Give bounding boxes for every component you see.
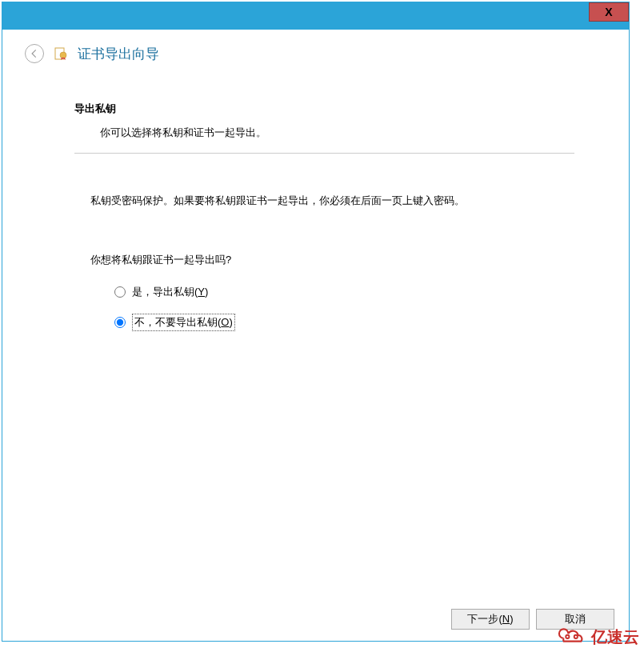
section-description: 你可以选择将私钥和证书一起导出。 [100,126,574,140]
radio-option-no[interactable]: 不，不要导出私钥(O) [114,314,574,331]
back-button[interactable] [25,44,44,63]
radio-yes-label[interactable]: 是，导出私钥(Y) [132,285,208,299]
radio-option-yes[interactable]: 是，导出私钥(Y) [114,285,574,299]
watermark-cloud-icon [558,626,588,649]
info-text: 私钥受密码保护。如果要将私钥跟证书一起导出，你必须在后面一页上键入密码。 [90,194,574,208]
watermark-text: 亿速云 [591,626,639,648]
close-icon: X [605,6,612,18]
certificate-icon [54,46,68,61]
close-button[interactable]: X [589,2,629,22]
wizard-window: X 证书导出向导 导出私钥 你可以选择将私钥和证书一起导出。 私钥受密码保护。如… [2,2,630,642]
divider [74,153,574,154]
titlebar: X [2,2,629,30]
radio-no-label[interactable]: 不，不要导出私钥(O) [132,314,235,331]
radio-no-input[interactable] [114,317,126,328]
svg-point-1 [60,52,66,58]
back-arrow-icon [29,48,40,59]
svg-point-2 [566,635,569,638]
question-text: 你想将私钥跟证书一起导出吗? [90,253,574,267]
section-title: 导出私钥 [74,102,574,116]
next-button[interactable]: 下一步(N) [451,609,530,630]
wizard-title: 证书导出向导 [78,45,159,63]
watermark: 亿速云 [558,626,639,649]
svg-point-3 [574,635,578,638]
radio-group: 是，导出私钥(Y) 不，不要导出私钥(O) [114,285,574,331]
content-area: 导出私钥 你可以选择将私钥和证书一起导出。 私钥受密码保护。如果要将私钥跟证书一… [2,71,629,362]
radio-yes-input[interactable] [114,286,126,298]
wizard-header: 证书导出向导 [2,30,629,71]
